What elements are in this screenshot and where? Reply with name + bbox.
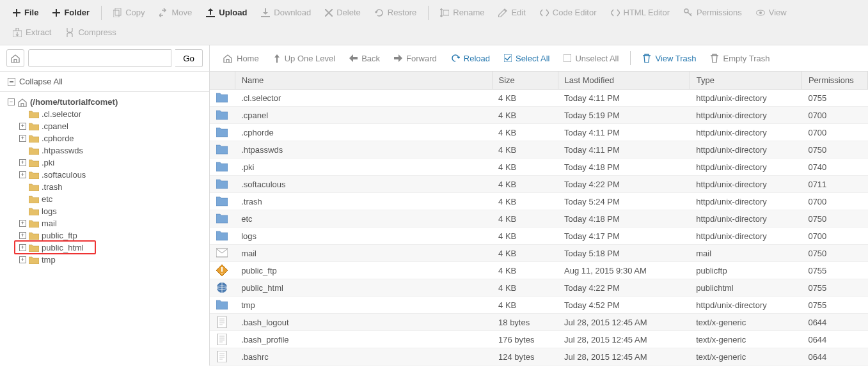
compress-button[interactable]: Compress [59, 25, 122, 40]
expander-icon[interactable]: + [19, 159, 26, 166]
html-editor-button[interactable]: HTML Editor [604, 5, 676, 20]
tree-item[interactable]: +.softaculous [3, 169, 207, 181]
cell-name: .cpanel [235, 107, 492, 124]
file-button[interactable]: File [6, 5, 45, 20]
unselect-all-button[interactable]: Unselect All [557, 51, 625, 66]
folder-icon [216, 161, 228, 173]
tree-item[interactable]: .trash [3, 181, 207, 193]
view-trash-button[interactable]: View Trash [636, 51, 702, 66]
table-row[interactable]: .bash_logout18 bytesJul 28, 2015 12:45 A… [210, 314, 868, 331]
upload-button[interactable]: Upload [200, 5, 253, 20]
edit-button[interactable]: Edit [492, 5, 532, 20]
table-row[interactable]: .cl.selector4 KBToday 4:11 PMhttpd/unix-… [210, 89, 868, 107]
cell-type: text/x-generic [690, 348, 801, 366]
collapse-all-button[interactable]: Collapse All [0, 72, 209, 92]
cell-name: public_ftp [235, 262, 492, 279]
path-input[interactable] [28, 49, 171, 67]
table-row[interactable]: public_ftp4 KBAug 11, 2015 9:30 AMpublic… [210, 262, 868, 279]
col-icon-header[interactable] [210, 72, 235, 89]
folder-icon [29, 256, 39, 264]
expander-icon[interactable]: + [19, 244, 26, 251]
table-row[interactable]: .bash_profile176 bytesJul 28, 2015 12:45… [210, 331, 868, 348]
cell-name: .bashrc [235, 348, 492, 366]
go-button[interactable]: Go [175, 49, 203, 67]
tree-item[interactable]: +tmp [3, 254, 207, 266]
empty-trash-button[interactable]: Empty Trash [704, 51, 776, 66]
expander-icon[interactable]: + [19, 123, 26, 130]
download-button[interactable]: Download [255, 5, 317, 20]
cell-type: httpd/unix-directory [690, 141, 801, 159]
table-row[interactable]: tmp4 KBToday 4:52 PMhttpd/unix-directory… [210, 297, 868, 314]
cell-permissions: 0750 [801, 210, 867, 228]
table-row[interactable]: .cpanel4 KBToday 5:19 PMhttpd/unix-direc… [210, 107, 868, 124]
table-row[interactable]: public_html4 KBToday 4:22 PMpublichtml07… [210, 279, 868, 297]
move-button[interactable]: Move [153, 5, 199, 20]
file-listing: Name Size Last Modified Type Permissions… [210, 72, 868, 366]
expander-icon[interactable]: + [19, 171, 26, 178]
nav-home-button[interactable]: Home [216, 51, 265, 66]
folder-icon [29, 146, 39, 155]
col-size-header[interactable]: Size [492, 72, 558, 89]
col-type-header[interactable]: Type [690, 72, 801, 89]
tree-item[interactable]: +.cpanel [3, 120, 207, 132]
forward-button[interactable]: Forward [388, 51, 443, 66]
tree-item[interactable]: +public_ftp [3, 229, 207, 242]
view-button[interactable]: View [750, 5, 793, 20]
expander-icon[interactable]: + [19, 232, 26, 239]
tree-item[interactable]: +.pki [3, 157, 207, 169]
folder-icon [29, 110, 39, 118]
tree-item[interactable]: .htpasswds [3, 144, 207, 157]
cell-permissions: 0644 [801, 331, 867, 348]
copy-button[interactable]: Copy [107, 5, 151, 20]
table-row[interactable]: .softaculous4 KBToday 4:22 PMhttpd/unix-… [210, 176, 868, 193]
tree-item[interactable]: +public_html [3, 242, 207, 254]
tree-item[interactable]: +mail [3, 217, 207, 229]
col-modified-header[interactable]: Last Modified [558, 72, 690, 89]
cell-name: .pki [235, 159, 492, 176]
expander-icon[interactable]: − [8, 98, 15, 105]
up-one-level-button[interactable]: Up One Level [267, 51, 342, 66]
restore-button[interactable]: Restore [368, 5, 423, 20]
permissions-button[interactable]: Permissions [677, 5, 748, 20]
collapse-icon [8, 78, 15, 86]
table-row[interactable]: .bashrc124 bytesJul 28, 2015 12:45 AMtex… [210, 348, 868, 366]
cell-modified: Today 4:11 PM [558, 124, 690, 141]
table-row[interactable]: logs4 KBToday 4:17 PMhttpd/unix-director… [210, 228, 868, 245]
cell-modified: Today 4:11 PM [558, 89, 690, 107]
expander-icon[interactable]: + [19, 256, 26, 263]
tree-root[interactable]: − (/home/tutorialfcomet) [3, 96, 207, 108]
table-row[interactable]: .pki4 KBToday 4:18 PMhttpd/unix-director… [210, 159, 868, 176]
tree-item[interactable]: +.cphorde [3, 132, 207, 144]
tree-item-label: mail [42, 219, 57, 228]
cell-modified: Jul 28, 2015 12:45 AM [558, 348, 690, 366]
tree-item[interactable]: etc [3, 193, 207, 205]
reload-button[interactable]: Reload [445, 51, 496, 66]
table-row[interactable]: .trash4 KBToday 5:24 PMhttpd/unix-direct… [210, 193, 868, 210]
folder-icon [29, 244, 39, 252]
folder-button[interactable]: Folder [46, 5, 96, 20]
cell-type: httpd/unix-directory [690, 89, 801, 107]
back-button[interactable]: Back [343, 51, 386, 66]
rename-button[interactable]: Rename [434, 5, 491, 20]
expander-icon[interactable]: + [19, 220, 26, 227]
tree-item[interactable]: logs [3, 205, 207, 217]
code-editor-button[interactable]: Code Editor [533, 5, 603, 20]
folder-icon [29, 219, 39, 228]
select-all-button[interactable]: Select All [498, 51, 556, 66]
folder-icon [216, 213, 228, 224]
table-row[interactable]: etc4 KBToday 4:18 PMhttpd/unix-directory… [210, 210, 868, 228]
table-row[interactable]: .cphorde4 KBToday 4:11 PMhttpd/unix-dire… [210, 124, 868, 141]
home-icon-button[interactable] [6, 49, 24, 67]
delete-button[interactable]: Delete [319, 5, 367, 20]
extract-button[interactable]: Extract [6, 25, 58, 40]
col-permissions-header[interactable]: Permissions [801, 72, 867, 89]
table-row[interactable]: .htpasswds4 KBToday 4:11 PMhttpd/unix-di… [210, 141, 868, 159]
cell-type: httpd/unix-directory [690, 124, 801, 141]
tree-item-label: public_html [42, 243, 84, 252]
cell-size: 4 KB [492, 279, 558, 297]
tree-item[interactable]: .cl.selector [3, 108, 207, 120]
cell-name: mail [235, 245, 492, 262]
col-name-header[interactable]: Name [235, 72, 492, 89]
table-row[interactable]: mail4 KBToday 5:18 PMmail0750 [210, 245, 868, 262]
expander-icon[interactable]: + [19, 135, 26, 142]
